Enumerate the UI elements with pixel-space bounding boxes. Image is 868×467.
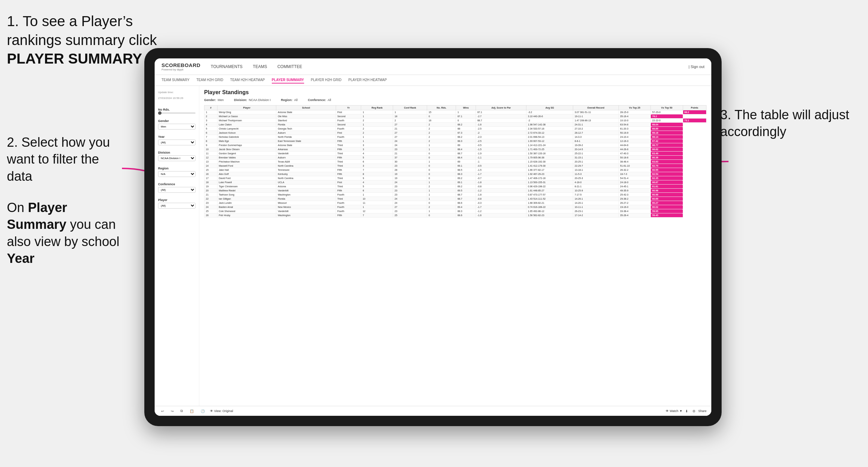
- table-row: 2Michael Le SassoOle MissSecond118067.1-…: [204, 114, 706, 119]
- year-select[interactable]: (All): [158, 140, 196, 145]
- slider-thumb[interactable]: [158, 111, 162, 115]
- player-select[interactable]: (All): [158, 203, 196, 209]
- table-cell: Fifth: [336, 147, 361, 152]
- table-cell: Second: [336, 123, 361, 127]
- watch-label: Watch: [670, 409, 678, 413]
- subnav-player-h2h-grid[interactable]: PLAYER H2H GRID: [311, 77, 342, 84]
- table-cell: -1.8: [476, 193, 526, 197]
- table-cell: Michael Thorbjornsen: [217, 119, 276, 123]
- subnav-team-summary[interactable]: TEAM SUMMARY: [162, 77, 190, 84]
- table-cell: 24: [393, 180, 427, 185]
- table-cell: First: [336, 180, 361, 185]
- table-cell: -2.5: [476, 139, 526, 143]
- division-select[interactable]: NCAA Division I: [158, 155, 196, 161]
- table-row: 14Maxwell FordNorth CarolinaThird323069.…: [204, 164, 706, 168]
- table-cell: 23: [393, 209, 427, 213]
- col-player: Player: [217, 105, 276, 110]
- table-cell: 3: [361, 164, 393, 168]
- table-cell: Arizona: [276, 185, 336, 189]
- table-cell: 49-35-9: [619, 189, 650, 193]
- table-cell: -1.5: [476, 147, 526, 152]
- table-cell: Fourth: [336, 193, 361, 197]
- table-cell: 0: [427, 156, 456, 160]
- table-cell: 24: [393, 143, 427, 147]
- col-adj-score: Adj. Score to Par: [476, 105, 526, 110]
- table-cell: 68.5: [456, 168, 476, 172]
- filter-division-label: Division:: [234, 98, 247, 102]
- table-cell: 61.81: [651, 185, 683, 189]
- table-cell: 23: [204, 201, 218, 205]
- table-cell: 24: [393, 139, 427, 143]
- table-cell: 8: [204, 139, 218, 143]
- table-cell: -1.7: [476, 172, 526, 176]
- table-row: 1Wenyi DingArizona StateFirst1115167.1-3…: [204, 110, 706, 114]
- col-conf-rank: Conf Rank: [393, 105, 427, 110]
- logo-area: SCOREBOARD Powered by dippit: [162, 62, 200, 71]
- table-cell: 62.54: [651, 172, 683, 176]
- sign-out-link[interactable]: | Sign out: [689, 65, 704, 69]
- filter-row: Gender: Men Division: NCAA Division I Re…: [204, 98, 706, 102]
- gender-select[interactable]: Men: [158, 124, 196, 130]
- table-cell: -1.7: [476, 205, 526, 209]
- table-cell: Ian Gilligan: [217, 197, 276, 201]
- nav-committee[interactable]: COMMITTEE: [277, 63, 302, 70]
- table-row: 24Bastien AmatNew MexicoFourth127269.4-1…: [204, 205, 706, 209]
- table-cell: 19-11-1: [573, 114, 619, 119]
- table-cell: 60.98: [651, 193, 683, 197]
- table-cell: 47-40-3: [619, 152, 650, 156]
- table-cell: 2: [361, 119, 393, 123]
- table-cell: 3.07 381-51-11: [573, 110, 619, 114]
- region-select[interactable]: N/A: [158, 171, 196, 177]
- table-cell: 68.14: [651, 135, 683, 139]
- nav-tournaments[interactable]: TOURNAMENTS: [211, 63, 242, 70]
- slider-track[interactable]: [158, 112, 196, 114]
- table-cell: 6: [361, 160, 393, 164]
- redo-btn[interactable]: ↪: [169, 409, 175, 414]
- table-cell: 27: [393, 123, 427, 127]
- table-cell: -2.5: [476, 127, 526, 131]
- paste-btn[interactable]: 📋: [188, 409, 196, 414]
- subnav-player-h2h-heatmap[interactable]: PLAYER H2H HEATMAP: [348, 77, 387, 84]
- table-cell: Luke Claton: [217, 123, 276, 127]
- table-cell: 27: [393, 131, 427, 135]
- table-cell: 60.98: [651, 189, 683, 193]
- nav-teams[interactable]: TEAMS: [253, 63, 267, 70]
- subnav-team-h2h-heatmap[interactable]: TEAM H2H HEATMAP: [230, 77, 265, 84]
- subnav-team-h2h-grid[interactable]: TEAM H2H GRID: [197, 77, 223, 84]
- table-cell: Third: [336, 197, 361, 201]
- player-label: Player: [158, 198, 196, 202]
- view-original[interactable]: 👁 View: Original: [210, 409, 233, 413]
- undo-btn[interactable]: ↩: [159, 409, 166, 414]
- download-btn[interactable]: ⬇: [683, 409, 690, 414]
- table-row: 26Petr HrubyWashingtonFifth725068.6-1.61…: [204, 213, 706, 218]
- table-cell: Fifth: [336, 156, 361, 160]
- table-cell: North Florida: [276, 135, 336, 139]
- copy-btn[interactable]: ⧉: [179, 408, 185, 414]
- table-cell: 1: [427, 189, 456, 193]
- table-cell: 13: [204, 160, 218, 164]
- table-cell: Alex Goff: [217, 172, 276, 176]
- settings-btn[interactable]: ⚙: [691, 409, 697, 414]
- table-cell: 69.2: [456, 185, 476, 189]
- table-cell: Taehoon Song: [217, 193, 276, 197]
- table-cell: -1.2: [476, 189, 526, 193]
- table-cell: Tiger Christensen: [217, 185, 276, 189]
- sidebar-region: Region N/A: [158, 167, 196, 177]
- main-content: Update time: 27/03/2024 16:56:26 No Rds.…: [155, 86, 711, 406]
- subnav-player-summary[interactable]: PLAYER SUMMARY: [272, 77, 304, 84]
- table-cell: Florida: [276, 197, 336, 201]
- table-row: 9Preston SummerhaysArizona StateThird324…: [204, 143, 706, 147]
- annotation-3: 3. The table will adjust accordingly: [720, 107, 858, 141]
- clock-btn[interactable]: 🕐: [199, 409, 207, 414]
- table-cell: 19-16-0: [619, 205, 650, 209]
- table-cell: Fourth: [336, 135, 361, 139]
- table-cell: -0.8: [476, 197, 526, 201]
- logo-sub: Powered by dippit: [162, 68, 200, 71]
- table-cell: 24-10-4: [619, 135, 650, 139]
- table-cell: 38-46-4: [619, 160, 650, 164]
- table-cell: -1: [476, 160, 526, 164]
- table-cell: 16: [204, 172, 218, 176]
- conference-select[interactable]: (All): [158, 187, 196, 193]
- table-cell: 25: [393, 213, 427, 218]
- table-cell: 0: [427, 164, 456, 168]
